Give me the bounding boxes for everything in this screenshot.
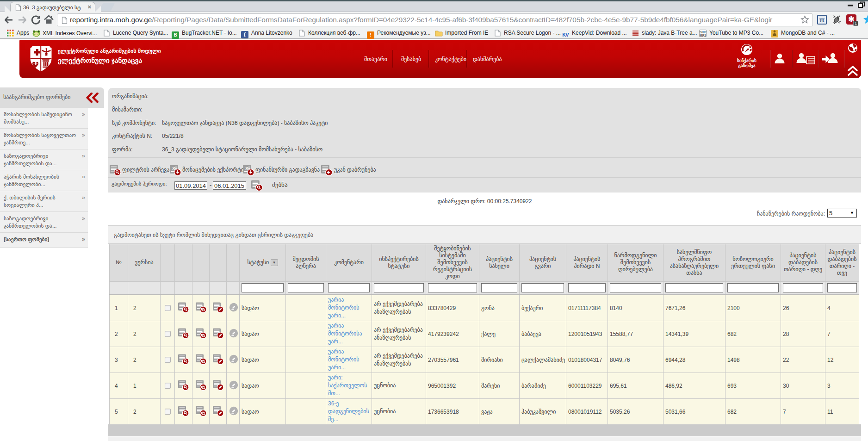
svg-text:X: X xyxy=(245,166,248,171)
svg-text:X: X xyxy=(172,166,175,171)
